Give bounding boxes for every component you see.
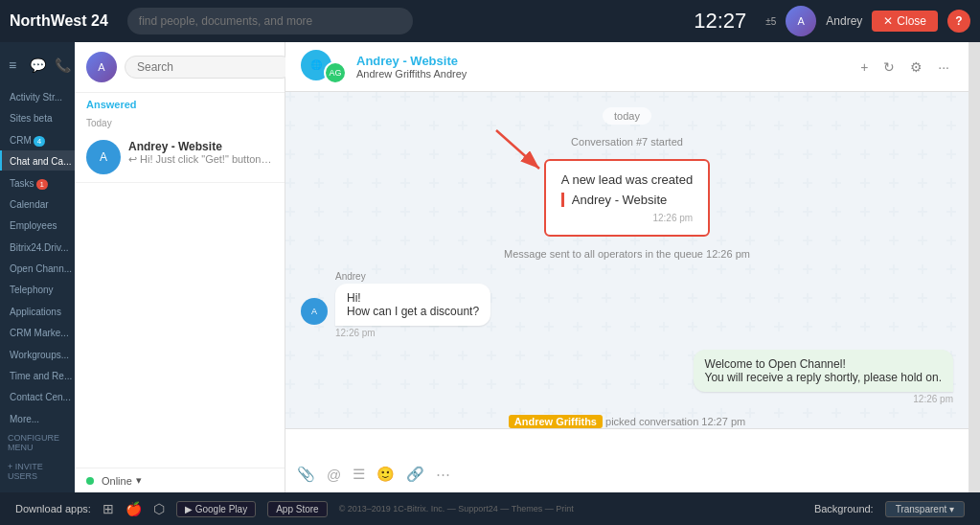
global-search-input[interactable] bbox=[127, 8, 413, 34]
left-sidebar: ≡ 💬 📞 Activity Str... Sites beta CRM4 Ch… bbox=[0, 42, 75, 492]
ubuntu-download-button[interactable]: ⬡ bbox=[153, 501, 165, 516]
message-time: 12:26 pm bbox=[335, 328, 490, 338]
message-content-outgoing: Welcome to Open Channel! You will receiv… bbox=[694, 350, 953, 404]
sidebar-item-telephony[interactable]: Telephony bbox=[0, 279, 75, 298]
lead-card-name: Andrey - Website bbox=[561, 193, 693, 207]
messages-area: today Conversation #7 started A new lead… bbox=[285, 92, 969, 428]
lead-card-title: A new lead was created bbox=[561, 172, 693, 187]
add-agent-button[interactable]: + bbox=[856, 56, 872, 79]
main-layout: ≡ 💬 📞 Activity Str... Sites beta CRM4 Ch… bbox=[0, 42, 980, 492]
chat-filter-label[interactable]: Answered bbox=[75, 93, 285, 116]
google-play-button[interactable]: ▶ Google Play bbox=[176, 501, 256, 517]
help-button[interactable]: ? bbox=[947, 10, 970, 33]
online-dot bbox=[86, 477, 94, 485]
chat-input-actions: 📎 @ ☰ 🙂 🔗 ⋯ bbox=[297, 462, 957, 487]
chat-header-avatar-agent: AG bbox=[324, 61, 347, 84]
chat-item-name: Andrey - Website bbox=[128, 140, 273, 153]
online-label: Online bbox=[102, 475, 132, 487]
attach-file-button[interactable]: 📎 bbox=[297, 466, 315, 483]
chat-sidebar-header: A ✏ bbox=[75, 42, 285, 93]
chat-search-input[interactable] bbox=[125, 56, 293, 79]
windows-download-button[interactable]: ⊞ bbox=[103, 501, 114, 516]
copyright-text: © 2013–2019 1C-Bitrix. Inc. — Support24 … bbox=[339, 504, 574, 514]
chat-item-avatar: A bbox=[86, 140, 121, 174]
sidebar-item-crm[interactable]: CRM4 bbox=[0, 129, 75, 148]
sidebar-item-tasks[interactable]: Tasks1 bbox=[0, 172, 75, 192]
message-bubble-outgoing: Welcome to Open Channel! You will receiv… bbox=[694, 350, 953, 392]
picked-time: 12:27 pm bbox=[701, 416, 745, 427]
refresh-button[interactable]: ↻ bbox=[879, 56, 899, 79]
lead-card: A new lead was created Andrey - Website … bbox=[544, 159, 710, 237]
chat-header-info: Andrey - Website Andrew Griffiths Andrey bbox=[356, 54, 847, 80]
chat-item-preview: ↩ Hi! Just click "Get!" button and fill … bbox=[128, 153, 273, 166]
more-input-button[interactable]: ⋯ bbox=[436, 466, 450, 483]
sidebar-item-employees[interactable]: Employees bbox=[0, 215, 75, 234]
chat-item-body: Andrey - Website ↩ Hi! Just click "Get!"… bbox=[128, 140, 273, 166]
list-item[interactable]: A Andrey - Website ↩ Hi! Just click "Get… bbox=[75, 132, 285, 183]
sidebar-item-sites[interactable]: Sites beta bbox=[0, 107, 75, 126]
mention-button[interactable]: @ bbox=[327, 467, 341, 483]
more-options-button[interactable]: ··· bbox=[934, 56, 953, 79]
sidebar-icon-chat[interactable]: 💬 bbox=[25, 50, 50, 80]
lead-card-wrapper: A new lead was created Andrey - Website … bbox=[544, 159, 710, 237]
picked-text: picked conversation bbox=[605, 416, 701, 427]
invite-users-button[interactable]: + INVITE USERS bbox=[0, 458, 75, 485]
chat-main-header: 🌐 AG Andrey - Website Andrew Griffiths A… bbox=[285, 42, 969, 92]
chat-header-agents: Andrew Griffiths Andrey bbox=[356, 68, 847, 80]
sidebar-item-bitrix24[interactable]: Bitrix24.Driv... bbox=[0, 237, 75, 256]
clock: 12:27 bbox=[694, 9, 746, 34]
chat-header-actions: + ↻ ⚙ ··· bbox=[856, 56, 953, 79]
message-avatar-andrey: A bbox=[301, 298, 328, 325]
settings-button[interactable]: ⚙ bbox=[906, 56, 926, 79]
message-incoming-1: A Andrey Hi! How can I get a discount? 1… bbox=[301, 271, 953, 338]
username-label: Andrey bbox=[826, 14, 862, 28]
sidebar-item-activity[interactable]: Activity Str... bbox=[0, 86, 75, 105]
system-message-conversation-start: Conversation #7 started bbox=[301, 136, 953, 148]
topbar: NorthWest 24 12:27 ±5 A Andrey ✕ Close ? bbox=[0, 0, 980, 42]
sidebar-item-chat[interactable]: Chat and Ca... bbox=[0, 150, 75, 170]
chat-main: 🌐 AG Andrey - Website Andrew Griffiths A… bbox=[285, 42, 969, 492]
emoji-button[interactable]: 🙂 bbox=[376, 466, 395, 483]
message-time-outgoing: 12:26 pm bbox=[913, 394, 953, 404]
app-logo: NorthWest 24 bbox=[10, 12, 108, 30]
message-bubble: Hi! How can I get a discount? bbox=[335, 284, 490, 326]
sidebar-item-openchannel[interactable]: Open Chann... bbox=[0, 258, 75, 277]
sidebar-icon-feed[interactable]: ≡ bbox=[0, 50, 25, 80]
background-select-button[interactable]: Transparent ▾ bbox=[885, 501, 965, 517]
bottom-bar: Download apps: ⊞ 🍎 ⬡ ▶ Google Play App S… bbox=[0, 492, 980, 525]
download-label: Download apps: bbox=[15, 503, 91, 514]
sidebar-item-calendar[interactable]: Calendar bbox=[0, 194, 75, 213]
system-message-picked: Andrew Griffiths picked conversation 12:… bbox=[301, 416, 953, 427]
sidebar-item-applications[interactable]: Applications bbox=[0, 301, 75, 320]
sidebar-icon-phone[interactable]: 📞 bbox=[50, 50, 75, 80]
right-scrollbar bbox=[969, 42, 980, 492]
close-button[interactable]: ✕ Close bbox=[872, 11, 938, 32]
configure-menu-button[interactable]: CONFIGURE MENU bbox=[0, 429, 75, 456]
time-offset: ±5 bbox=[765, 16, 776, 27]
avatar: A bbox=[786, 6, 816, 36]
message-outgoing-1: Welcome to Open Channel! You will receiv… bbox=[301, 350, 953, 404]
chat-input-area: 📎 @ ☰ 🙂 🔗 ⋯ bbox=[285, 428, 969, 492]
date-divider: today bbox=[603, 107, 651, 125]
sidebar-item-contact[interactable]: Contact Cen... bbox=[0, 386, 75, 405]
apple-download-button[interactable]: 🍎 bbox=[125, 501, 142, 516]
sidebar-item-workgroups[interactable]: Workgroups... bbox=[0, 344, 75, 363]
close-icon: ✕ bbox=[883, 14, 893, 28]
app-store-button[interactable]: App Store bbox=[267, 501, 327, 517]
lead-card-time: 12:26 pm bbox=[561, 213, 693, 223]
chat-sidebar: A ✏ Answered Today A Andrey - Website ↩ … bbox=[75, 42, 285, 492]
chat-input-field[interactable] bbox=[297, 435, 957, 462]
message-sender-name: Andrey bbox=[335, 271, 490, 282]
message-content: Andrey Hi! How can I get a discount? 12:… bbox=[335, 271, 490, 338]
picked-agent-name: Andrew Griffiths bbox=[509, 415, 603, 428]
sidebar-item-more[interactable]: More... bbox=[0, 408, 75, 427]
system-message-queue: Message sent to all operators in the que… bbox=[301, 248, 953, 260]
sidebar-item-crmmarket[interactable]: CRM Marke... bbox=[0, 322, 75, 341]
chat-header-title: Andrey - Website bbox=[356, 54, 847, 68]
chat-header-avatars: 🌐 AG bbox=[301, 50, 347, 84]
online-status-bar: Online ▾ bbox=[75, 468, 285, 492]
template-button[interactable]: ☰ bbox=[353, 466, 365, 483]
background-label: Background: bbox=[814, 503, 874, 514]
link-button[interactable]: 🔗 bbox=[406, 466, 424, 483]
sidebar-item-time[interactable]: Time and Re... bbox=[0, 365, 75, 384]
